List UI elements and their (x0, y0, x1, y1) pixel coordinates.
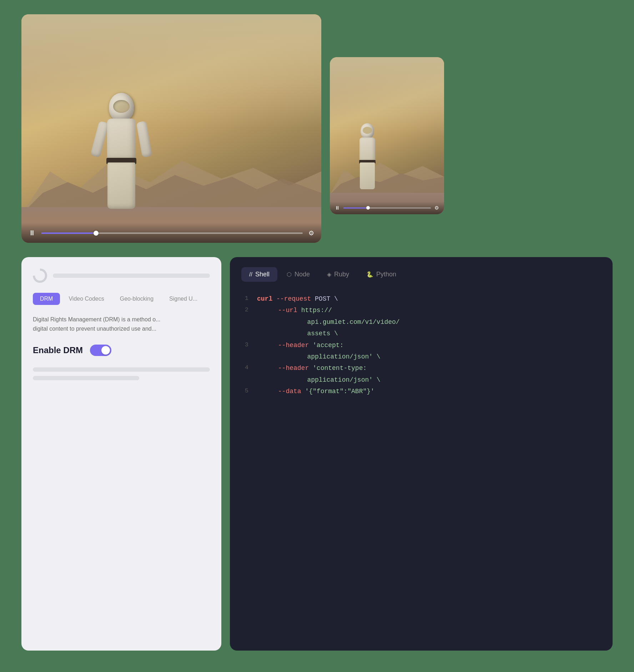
settings-button-small[interactable]: ⚙ (434, 205, 439, 211)
progress-fill-main (41, 232, 94, 234)
line-num-4: 4 (241, 362, 248, 386)
code-tabs: // Shell ⬡ Node ◈ Ruby 🐍 Python (241, 267, 601, 282)
astronaut-small (351, 123, 383, 195)
line-code-5: --data '{"format":"ABR"}' (257, 386, 374, 397)
tab-geo-blocking[interactable]: Geo-blocking (113, 293, 161, 305)
line-num-5: 5 (241, 386, 248, 397)
video-player-main: ⏸ ⚙ (21, 14, 321, 243)
tab-node-label: Node (295, 271, 310, 278)
loading-spinner (33, 269, 47, 283)
video-player-small: ⏸ ⚙ (330, 57, 444, 214)
drm-description: Digital Rights Management (DRM) is a met… (33, 315, 210, 333)
code-line-4: 4 --header 'content-type: application/js… (241, 362, 601, 386)
line-num-3: 3 (241, 340, 248, 363)
node-icon: ⬡ (287, 271, 292, 278)
progress-bar-small[interactable] (343, 207, 431, 209)
code-line-5: 5 --data '{"format":"ABR"}' (241, 386, 601, 397)
progress-bar-main[interactable] (41, 232, 303, 234)
play-pause-button-small[interactable]: ⏸ (335, 205, 340, 211)
tab-node[interactable]: ⬡ Node (279, 267, 318, 282)
tab-python[interactable]: 🐍 Python (358, 267, 404, 282)
drm-loading-bar (33, 269, 210, 283)
drm-bottom-bars (33, 367, 210, 380)
code-card: // Shell ⬡ Node ◈ Ruby 🐍 Python 1 curl (230, 257, 613, 651)
mountains-small (330, 152, 444, 195)
sky-overlay (21, 14, 321, 129)
ruby-icon: ◈ (327, 271, 331, 278)
bottom-section: DRM Video Codecs Geo-blocking Signed U..… (0, 257, 634, 672)
progress-thumb-main (94, 231, 99, 236)
video-background-main (21, 14, 321, 243)
line-code-3: --header 'accept: application/json' \ (257, 340, 381, 363)
drm-toggle-row: Enable DRM (33, 345, 210, 356)
shell-icon: // (249, 271, 252, 278)
loading-line (53, 274, 210, 278)
line-code-1: curl --request POST \ (257, 293, 338, 305)
bottom-bar-1 (33, 367, 210, 372)
tab-signed-url[interactable]: Signed U... (162, 293, 205, 305)
tab-video-codecs[interactable]: Video Codecs (61, 293, 111, 305)
video-background-small (330, 57, 444, 214)
progress-thumb-small (366, 206, 370, 210)
settings-button-main[interactable]: ⚙ (308, 229, 314, 237)
video-controls-main: ⏸ ⚙ (21, 223, 321, 243)
code-content: 1 curl --request POST \ 2 --url https://… (241, 293, 601, 397)
mountains-svg (21, 143, 321, 214)
bottom-bar-2 (33, 376, 139, 380)
tab-shell[interactable]: // Shell (241, 267, 277, 282)
play-pause-button[interactable]: ⏸ (29, 229, 36, 237)
line-num-1: 1 (241, 293, 248, 305)
tab-python-label: Python (376, 271, 396, 278)
line-num-2: 2 (241, 305, 248, 339)
code-line-1: 1 curl --request POST \ (241, 293, 601, 305)
top-section: ⏸ ⚙ (0, 0, 634, 243)
drm-toggle-label: Enable DRM (33, 345, 83, 355)
code-line-3: 3 --header 'accept: application/json' \ (241, 340, 601, 363)
tab-drm[interactable]: DRM (33, 293, 60, 305)
astronaut-main (93, 93, 150, 214)
drm-tabs: DRM Video Codecs Geo-blocking Signed U..… (33, 293, 210, 305)
drm-card: DRM Video Codecs Geo-blocking Signed U..… (21, 257, 221, 651)
progress-fill-small (343, 207, 368, 209)
tab-ruby-label: Ruby (334, 271, 349, 278)
tab-shell-label: Shell (255, 271, 270, 278)
sky-overlay-small (330, 57, 444, 136)
tab-ruby[interactable]: ◈ Ruby (319, 267, 357, 282)
drm-toggle-switch[interactable] (90, 345, 111, 356)
line-code-2: --url https:// api.gumlet.com/v1/video/ … (257, 305, 400, 339)
code-line-2: 2 --url https:// api.gumlet.com/v1/video… (241, 305, 601, 339)
video-controls-small: ⏸ ⚙ (330, 201, 444, 214)
python-icon: 🐍 (366, 271, 373, 278)
line-code-4: --header 'content-type: application/json… (257, 362, 381, 386)
